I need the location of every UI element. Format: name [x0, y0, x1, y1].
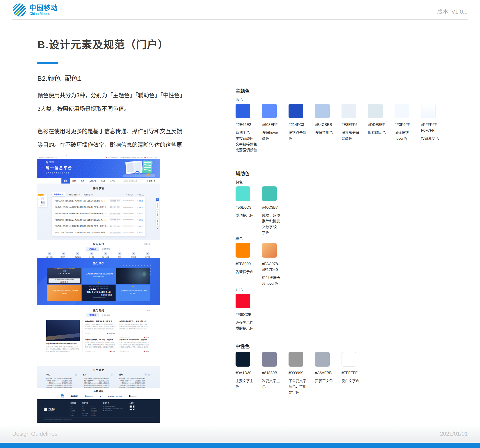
todo-row-divider: | — [135, 200, 136, 202]
recommend-card-photo: 5G-Advanced创新型产业链融合行动计划书 正式发布 — [47, 268, 81, 284]
portal-hero-banner: 中国移动 China Mobile 统一信息平台 面向员工的通用化办公平台 — [37, 159, 160, 178]
color-usage: 成功提示色 — [236, 213, 259, 218]
todo-done-link: ⊙ 我的已办 › — [126, 194, 134, 196]
app-label: 研究院工会 — [60, 256, 68, 258]
brand-name-cn: 中国移动 — [29, 4, 58, 11]
green-group-label: 绿色 — [236, 179, 474, 185]
user-avatar — [42, 197, 44, 200]
doc-icon: ▪ — [119, 387, 120, 388]
sponsor-logo-strip — [47, 269, 81, 269]
todo-row-follow-action: ☆ 加关注 — [137, 231, 143, 233]
doc-item-title: 中国移动发布5G-Advanced双链融合行动计划… — [120, 386, 146, 388]
todo-row-title: 「党群工作部（党委办公室、党风廉政办公室、巡查工作办公室）」关于开展年度… — [55, 231, 107, 234]
recommend-section-title: 热门推荐 — [37, 258, 160, 265]
todo-row-date: 2021-06-16 14:00 — [123, 232, 133, 233]
doc-item: ▪ 中国移动发布5G-Advanced双链融合行动计划… — [46, 386, 78, 388]
partner-logo-label: ANALYTICS — [115, 395, 122, 397]
contact-address: ◎北京市西城区宣武门内大街53号甲1号 — [103, 407, 123, 410]
china-mobile-logo-icon — [12, 3, 27, 17]
red-swatch-row: #F80C2B 更强警示性 质的提示色 — [236, 294, 474, 331]
quote-icon: “ — [50, 289, 52, 292]
doc-item-title: 中国移动发布5G-Advanced双链融合行动计划… — [120, 378, 146, 379]
doc-item: ▪ 中国移动发布5G-Advanced双链融合行动计划… — [83, 386, 114, 388]
mail-icon: ✉ — [103, 405, 104, 407]
doc-item-title: 中国移动发布5G-Advanced双链融合行动计划… — [120, 384, 146, 386]
color-swatch — [262, 243, 277, 258]
color-usage: 图标按钮 hover色 — [395, 130, 418, 141]
bottom-accent-bar — [0, 443, 480, 448]
news-card-source: 白眉牛传媒 — [107, 332, 115, 334]
contest-subtitle: - 智能网络专题赛 — [82, 294, 116, 296]
todo-row-divider: | — [135, 231, 136, 233]
brand-name: 中国移动 China Mobile — [29, 4, 58, 16]
doc-item: ▪ 中国移动发布5G-Advanced双链融合行动计划… — [119, 386, 151, 388]
color-hex: #0A1D30 — [236, 370, 259, 376]
app-icon — [118, 252, 121, 255]
color-swatch — [236, 352, 250, 367]
doc-item-title: 中国移动发布5G-Advanced双链融合行动计划… — [47, 378, 73, 379]
color-hex: #FAC078– #E17D49 — [262, 261, 285, 273]
apps-tab-group: 集团应用 — [86, 247, 99, 251]
contact-email: ✉xxxxxxxxx@163.com — [103, 405, 123, 407]
portal-topbar: 中国移动统一信息平台 / 新员工作台 ♥ 400天新版本来啦！马上下载免费送7天… — [37, 156, 160, 159]
apps-icon-row: 智慧党建系统 研究院工会 研发工具箱 — [37, 252, 160, 258]
heart-icon: ♥ — [106, 157, 107, 158]
color-swatch — [368, 104, 383, 118]
todo-row-follow-label: 加关注 — [139, 231, 143, 233]
portal-user-greeting: 欢迎您，王大海 — [149, 157, 157, 158]
news-card: 中国移动或将成为下一个智能，投资公司是… 据介绍，5G FUN映厅是中国移动基于… — [117, 320, 151, 338]
user-date: 2021.08.05 — [39, 205, 47, 206]
app-icon — [62, 252, 65, 255]
news-body: 中国移动发布5G-Advanced双链融合行动计划… 面向“大用户”，中国移动5… — [46, 320, 151, 352]
doc-item: ▪ 中国移动发布5G-Advanced双链融合行动计划… — [46, 384, 78, 386]
brand-name-en: China Mobile — [29, 12, 58, 16]
partner-logo-label: 中国信息网 — [131, 395, 136, 397]
news-card-meta: 2020-05-01 18:30 林志杰 — [85, 350, 117, 352]
contact-email-value: xxxxxxxxx@163.com — [105, 405, 115, 407]
news-card-title: 中国移动官方结局，5G订单给了美国高通… — [85, 338, 117, 341]
color-swatch — [236, 104, 250, 118]
chevron-down-icon: ▾ — [158, 157, 158, 158]
color-usage: 成功，超预 期等积极意 义数字/文 字色 — [262, 213, 285, 236]
doc-column: 发文 更多 › ▪ 中国移动发布5G-Advanced双链融合行动计划… — [83, 373, 114, 388]
footer-link: 报表 — [71, 407, 76, 410]
doc-item-title: 中国移动发布5G-Advanced双链融合行动计划… — [84, 380, 110, 381]
footer-link: 青草学堂 — [71, 410, 76, 412]
color-swatch — [289, 104, 303, 118]
doc-item-title: 中国移动发布5G-Advanced双链融合行动计划… — [47, 386, 73, 388]
quick-rail: ⇧ 问卷调查 快捷流程 流程制度 ☎ — [156, 198, 159, 230]
app-label: 乐移云 — [116, 256, 124, 258]
illustration-board — [125, 161, 143, 174]
doc-icon: ▪ — [119, 382, 120, 384]
doc-item-title: 中国移动发布5G-Advanced双链融合行动计划… — [120, 382, 146, 384]
color-hex: #2E62E2 — [236, 122, 259, 128]
app-label: 预算管理 — [130, 256, 138, 258]
todo-tab-institute: 研究院待办 12 — [69, 193, 80, 197]
source-icon — [110, 351, 111, 352]
partner-logo-row: 移动云 Gartner. 中国移动 ◆ STRATEGY ANALYTICS n… — [37, 395, 160, 398]
color-usage: 按钮点击颜 色 — [289, 130, 312, 141]
color-swatch-item: #56E0D3 成功提示色 — [236, 186, 259, 236]
doc-item: ▪ 中国移动发布5G-Advanced双链融合行动计划… — [46, 379, 78, 382]
color-swatch — [289, 352, 303, 367]
todo-row-follow-label: 加关注 — [139, 219, 143, 221]
news-tab-institute: 研究院新闻 — [101, 313, 111, 317]
color-swatch — [262, 104, 277, 118]
contest-org: CAICT 中国信通院 · AIIA — [97, 288, 108, 289]
portal-topbar-right: ♥ 400天新版本来啦！马上下载免费送7天体验会员·数量有限，先到先得… 99+… — [106, 157, 158, 158]
doc-column-more-link: 更多 › — [148, 374, 151, 375]
doc-icon: ▪ — [119, 380, 120, 381]
news-card-meta: 2020-05-01 18:30 白眉牛传媒 — [85, 331, 117, 334]
quote-icon: “ — [119, 289, 120, 292]
color-usage: 反白文字色 — [341, 378, 365, 384]
partner-logo-label: STRATEGY — [108, 395, 115, 397]
color-hex: #FF8500 — [236, 261, 259, 267]
neutral-color-section: 中性色 #0A1D30 主要文字主 色 #81839B 次要文字主 色 — [236, 343, 474, 395]
portal-footer-brand-cn: 中国移动 — [49, 408, 55, 410]
color-swatch — [341, 352, 356, 367]
footer-link: 和飞信 — [71, 414, 76, 417]
color-hex: #FFFFFF — [341, 370, 365, 376]
news-card-date: 2020-05-01 18:30 — [85, 351, 95, 352]
recommend-card-movie — [116, 268, 150, 284]
auxiliary-color-section: 辅助色 绿色 #56E0D3 成功提示色 #46C3B7 成功，超预 期等积极意… — [236, 170, 474, 331]
